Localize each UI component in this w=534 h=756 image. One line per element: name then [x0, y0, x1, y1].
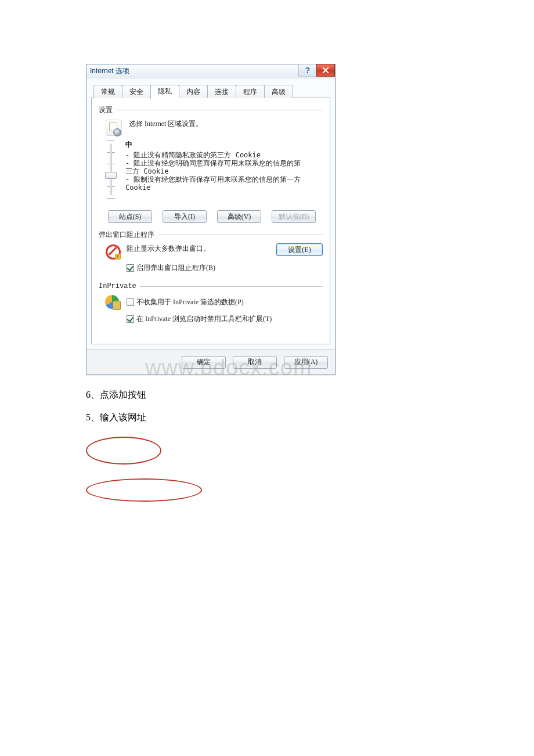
tab-connections[interactable]: 连接 [207, 85, 236, 98]
popup-text: 阻止显示大多数弹出窗口。 [127, 243, 270, 254]
popup-enable-checkbox[interactable] [127, 264, 134, 272]
inprivate-icon [104, 294, 121, 310]
doc-step-5: 5、输入该网址 [86, 412, 534, 424]
tab-programs[interactable]: 程序 [236, 85, 265, 98]
tab-content[interactable]: 内容 [179, 85, 208, 98]
close-button[interactable] [316, 64, 335, 77]
zone-icon [104, 118, 123, 137]
dialog-title: Internet 选项 [90, 66, 129, 76]
tab-bar: 常规 安全 隐私 内容 连接 程序 高级 [91, 84, 330, 98]
internet-options-dialog: Internet 选项 ? 常规 安全 隐私 内容 连接 程序 高级 [86, 64, 335, 375]
inprivate-disable-toolbars-label: 在 InPrivate 浏览启动时禁用工具栏和扩展(T) [136, 314, 272, 324]
doc-step-6: 6、点添加按钮 [86, 389, 534, 401]
tab-privacy[interactable]: 隐私 [150, 85, 179, 99]
import-button[interactable]: 导入(I) [163, 210, 207, 223]
popup-group-label: 弹出窗口阻止程序 [99, 230, 154, 240]
divider [116, 110, 323, 110]
privacy-panel: 设置 选择 Internet 区域设置。 [91, 98, 330, 344]
titlebar: Internet 选项 ? [86, 64, 335, 78]
zone-text: 选择 Internet 区域设置。 [129, 118, 203, 129]
popup-blocker-icon: ! [104, 243, 121, 260]
advanced-button[interactable]: 高级(V) [217, 210, 261, 223]
inprivate-group: InPrivate 不收集用于 InPrivate 筛选的数据(P) [99, 282, 323, 327]
settings-group-label: 设置 [99, 105, 113, 115]
inprivate-disable-toolbars-checkbox[interactable] [127, 315, 134, 323]
divider [158, 235, 323, 235]
dialog-footer: 确定 取消 应用(A) [86, 349, 335, 375]
popup-enable-label: 启用弹出窗口阻止程序(B) [136, 263, 215, 273]
inprivate-nodata-checkbox[interactable] [127, 298, 134, 306]
close-icon [322, 67, 329, 74]
divider [140, 286, 323, 287]
inprivate-group-label: InPrivate [99, 282, 136, 290]
ok-button[interactable]: 确定 [182, 356, 226, 369]
settings-group: 设置 选择 Internet 区域设置。 [99, 105, 323, 223]
annotation-ellipse-1 [86, 437, 161, 465]
popup-group: 弹出窗口阻止程序 ! 阻止显示大多数弹出窗口。 启用弹出窗口阻止程序(B) [99, 230, 323, 276]
annotation-ellipse-2 [86, 478, 202, 502]
sites-button[interactable]: 站点(S) [108, 210, 152, 223]
dialog-body: 常规 安全 隐私 内容 连接 程序 高级 设置 选择 Internet [86, 78, 335, 349]
slider-line-1: - 阻止没有精简隐私政策的第三方 Cookie [125, 151, 305, 159]
cancel-button[interactable]: 取消 [233, 356, 277, 369]
popup-settings-button[interactable]: 设置(E) [276, 243, 323, 256]
tab-general[interactable]: 常规 [93, 85, 122, 98]
apply-button[interactable]: 应用(A) [284, 356, 328, 369]
tab-advanced[interactable]: 高级 [264, 85, 293, 98]
slider-description: 中 - 阻止没有精简隐私政策的第三方 Cookie - 阻止没有经您明确同意而保… [125, 141, 305, 199]
tab-security[interactable]: 安全 [122, 85, 151, 98]
privacy-slider[interactable] [104, 141, 117, 199]
slider-line-2: - 阻止没有经您明确同意而保存可用来联系您的信息的第三方 Cookie [125, 159, 305, 175]
default-button[interactable]: 默认值(D) [272, 210, 316, 223]
help-button[interactable]: ? [298, 64, 317, 77]
slider-line-3: - 限制没有经您默许而保存可用来联系您的信息的第一方 Cookie [125, 175, 305, 192]
slider-level: 中 [125, 141, 305, 149]
inprivate-nodata-label: 不收集用于 InPrivate 筛选的数据(P) [136, 297, 244, 307]
